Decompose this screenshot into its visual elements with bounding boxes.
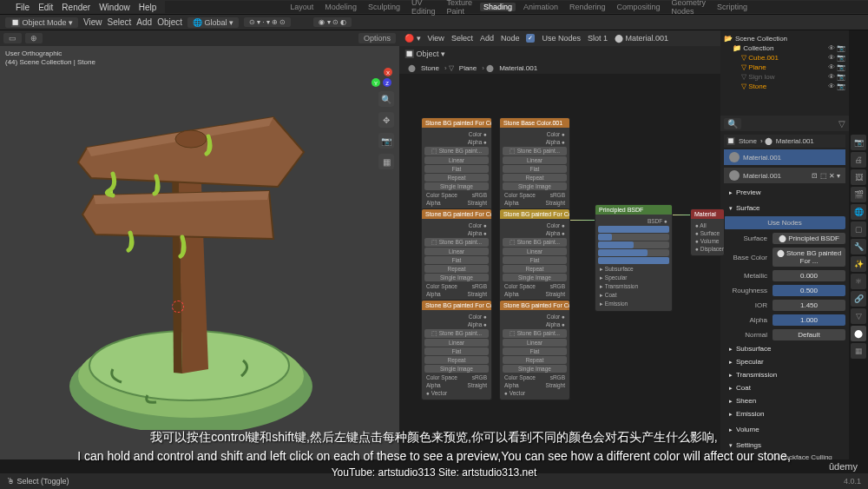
svg-point-3 — [175, 130, 207, 148]
ne-object-mode[interactable]: 🔲 Object ▾ — [404, 50, 445, 58]
subsection-transmission[interactable]: Transmission — [724, 368, 845, 381]
use-nodes-button[interactable]: Use Nodes — [724, 216, 845, 229]
menu-render[interactable]: Render — [62, 3, 90, 12]
tab-texture[interactable]: ▦ — [851, 343, 866, 359]
tab-physics[interactable]: ⚛ — [851, 274, 866, 289]
preview-section[interactable]: Preview — [724, 186, 845, 199]
options-btn[interactable]: Options — [358, 33, 396, 43]
camera-icon[interactable]: 📷 — [378, 133, 394, 149]
tab-modifier[interactable]: 🔧 — [851, 239, 866, 254]
alpha-slider[interactable]: 1.000 — [773, 314, 845, 326]
image-texture-node[interactable]: Stone BG painted For Course foto 4.jpgCo… — [499, 208, 570, 309]
workspace-tab-scripting[interactable]: Scripting — [713, 3, 751, 11]
search-icon[interactable]: 🔍 — [724, 118, 741, 129]
3d-viewport[interactable]: ▭ ⊕ Options User Orthographic (44) Scene… — [0, 30, 399, 459]
vp-add[interactable]: Add — [136, 17, 152, 27]
workspace-tab-uv-editing[interactable]: UV Editing — [408, 0, 439, 16]
tab-world[interactable]: 🌐 — [851, 204, 866, 220]
nav-gizmo[interactable]: XYZ — [370, 65, 391, 86]
svg-text:X: X — [386, 70, 390, 76]
move-icon[interactable]: ✥ — [378, 112, 394, 128]
right-panel: 📂 Scene Collection 📁 Collection👁 📷▽ Cube… — [720, 30, 868, 459]
zoom-icon[interactable]: 🔍 — [378, 91, 394, 107]
ne-node[interactable]: Node — [501, 34, 520, 43]
ne-type[interactable]: 🔴 ▾ — [404, 34, 421, 43]
vp-select[interactable]: Select — [108, 17, 132, 27]
workspace-tab-animation[interactable]: Animation — [520, 3, 562, 11]
workspace-tab-shading[interactable]: Shading — [480, 3, 516, 11]
base-color[interactable]: ⬤ Stone BG painted For ... — [773, 248, 845, 267]
outliner-item[interactable]: ▽ Sign low👁 📷 — [724, 72, 845, 82]
snap-icons[interactable]: ⊙ ▾ · ▾ ⊕ ⊙ — [244, 17, 291, 27]
workspace-tab-rendering[interactable]: Rendering — [566, 3, 609, 11]
material-slot[interactable]: Material.001 — [724, 149, 845, 165]
proportional-icons[interactable]: ◉ ▾ ⊙ ◐ — [313, 17, 352, 27]
metallic-slider[interactable]: 0.000 — [773, 270, 845, 281]
prop-breadcrumb: 🔲 Stone › ⬤ Material.001 — [724, 135, 845, 148]
transform-orient[interactable]: 🌐 Global ▾ — [187, 17, 239, 28]
ne-select[interactable]: Select — [451, 34, 473, 43]
subsection-coat[interactable]: Coat — [724, 381, 845, 394]
ior-slider[interactable]: 1.450 — [773, 300, 845, 311]
outliner-item[interactable]: ▽ Stone👁 📷 — [724, 82, 845, 91]
persp-icon[interactable]: ▦ — [378, 154, 394, 169]
ne-add[interactable]: Add — [480, 34, 494, 43]
viewport-toolbar: 🔲 Object Mode ▾ View Select Add Object 🌐… — [0, 15, 868, 30]
subsection-sheen[interactable]: Sheen — [724, 394, 845, 407]
principled-bsdf-node[interactable]: Principled BSDFBSDF ●▸ Subsurface▸ Specu… — [595, 204, 673, 312]
normal-input[interactable]: Default — [773, 329, 845, 340]
outliner-item[interactable]: ▽ Cube.001👁 📷 — [724, 53, 845, 63]
tab-scene[interactable]: 🎬 — [851, 187, 866, 202]
material-name-field[interactable]: Material.001 ⊡ ⬚ ✕ ▾ — [724, 168, 845, 183]
workspace-tab-modeling[interactable]: Modeling — [321, 3, 360, 11]
filter-icon[interactable]: ▽ — [838, 119, 845, 129]
tab-particles[interactable]: ✨ — [851, 256, 866, 272]
tab-material[interactable]: ⬤ — [851, 326, 866, 341]
workspace-tab-geometry-nodes[interactable]: Geometry Nodes — [668, 0, 710, 16]
material-output-node[interactable]: Material● All● Surface● Volume● Displace… — [690, 208, 725, 256]
ne-material[interactable]: ⬤ Material.001 — [615, 34, 668, 43]
subsection-specular[interactable]: Specular — [724, 355, 845, 368]
roughness-slider[interactable]: 0.500 — [773, 285, 845, 296]
vp-object[interactable]: Object — [157, 17, 182, 27]
select-box-icon[interactable]: ▭ — [3, 33, 22, 43]
tab-constraint[interactable]: 🔗 — [851, 291, 866, 307]
image-texture-node[interactable]: Stone BG painted For Course foto 4.jpgCo… — [421, 208, 492, 309]
workspace-tab-sculpting[interactable]: Sculpting — [365, 3, 404, 11]
scene-collection[interactable]: 📂 Scene Collection — [724, 34, 845, 43]
settings-section[interactable]: Settings — [724, 439, 845, 452]
subsection-subsurface[interactable]: Subsurface — [724, 342, 845, 355]
workspace-tab-layout[interactable]: Layout — [286, 3, 317, 11]
volume-section[interactable]: Volume — [724, 423, 845, 436]
outliner-item[interactable]: 📁 Collection👁 📷 — [724, 43, 845, 53]
outliner-item[interactable]: ▽ Plane👁 📷 — [724, 63, 845, 72]
vp-header-icons: ▭ ⊕ Options — [0, 30, 399, 46]
cursor-icon[interactable]: ⊕ — [25, 33, 43, 43]
surface-shader[interactable]: ⬤ Principled BSDF — [773, 233, 845, 244]
image-texture-node[interactable]: Stone BG painted For Course foto 4.jpgCo… — [421, 300, 492, 400]
outliner[interactable]: 📂 Scene Collection 📁 Collection👁 📷▽ Cube… — [720, 30, 849, 116]
image-texture-node[interactable]: Stone Base Color.001Color ●Alpha ●⬚ Ston… — [499, 117, 570, 218]
vp-view[interactable]: View — [83, 17, 102, 27]
breadcrumb: ⬤ Stone › ▽ Plane › ⬤ Material.001 — [399, 62, 720, 74]
use-nodes-check[interactable]: ✓ — [526, 34, 535, 43]
tab-output[interactable]: 🖨 — [851, 152, 866, 168]
slot-select[interactable]: Slot 1 — [588, 34, 608, 43]
tab-view[interactable]: 🖼 — [851, 169, 866, 185]
mode-selector[interactable]: 🔲 Object Mode ▾ — [5, 17, 78, 28]
tab-data[interactable]: ▽ — [851, 308, 866, 324]
menu-file[interactable]: File — [16, 3, 30, 12]
ne-view[interactable]: View — [428, 34, 444, 43]
image-texture-node[interactable]: Stone BG painted For Course foto 4.jpgCo… — [499, 300, 570, 400]
surface-section[interactable]: Surface — [724, 202, 845, 215]
image-texture-node[interactable]: Stone BG painted For Course foto 4.jpgCo… — [421, 117, 492, 218]
workspace-tab-texture-paint[interactable]: Texture Paint — [443, 0, 476, 16]
tab-render[interactable]: 📷 — [851, 135, 866, 150]
shader-node-editor[interactable]: 🔴 ▾ View Select Add Node ✓ Use Nodes Slo… — [399, 30, 720, 459]
subsection-emission[interactable]: Emission — [724, 407, 845, 420]
menu-help[interactable]: Help — [139, 3, 157, 12]
menu-window[interactable]: Window — [99, 3, 130, 12]
workspace-tab-compositing[interactable]: Compositing — [614, 3, 664, 11]
tab-object[interactable]: ▢ — [851, 221, 866, 237]
menu-edit[interactable]: Edit — [38, 3, 53, 12]
